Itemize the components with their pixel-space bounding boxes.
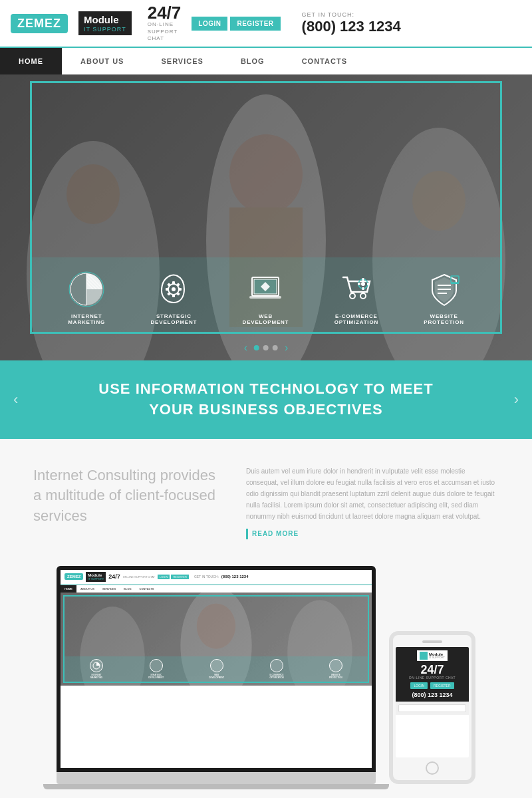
laptop-mini-contact: GET IN TOUCH: — [194, 575, 219, 579]
icon-website-protection: WEBSITE PROTECTION — [424, 271, 464, 325]
get-in-touch-label: GET IN TOUCH: — [302, 11, 401, 18]
nav-item-home[interactable]: HOME — [0, 48, 62, 74]
laptop-mini-icon-label-4: E-COMMERCEOPTIMIZATION — [269, 674, 283, 679]
phone-247-large: 24/7 — [420, 664, 444, 676]
slider-next-button[interactable]: › — [285, 342, 288, 354]
svg-rect-32 — [358, 283, 360, 285]
svg-rect-30 — [362, 278, 364, 281]
svg-rect-17 — [178, 288, 182, 291]
laptop-mini-icon-2: STRATEGICDEVELOPMENT — [148, 659, 164, 679]
phone-speaker — [422, 640, 442, 643]
laptop-mini-icon-circle-2 — [150, 659, 163, 672]
read-more-bar — [246, 529, 248, 539]
slider-dot-1[interactable] — [254, 345, 259, 350]
laptop-mini-icon-4: E-COMMERCEOPTIMIZATION — [269, 659, 283, 679]
laptop-mini-nav-home: HOME — [61, 585, 76, 593]
laptop-mini-nav-blog: BLOG — [120, 585, 136, 593]
svg-rect-31 — [362, 287, 364, 290]
laptop-mini-icon-label-1: INTERNETMARKETING — [90, 674, 102, 679]
banner-prev-button[interactable]: ‹ — [13, 391, 18, 408]
slider-dot-3[interactable] — [273, 345, 278, 350]
svg-point-26 — [350, 293, 355, 299]
laptop-diamond-icon — [247, 271, 284, 308]
phone-search-bar[interactable] — [398, 704, 466, 712]
icon-label-strategic: STRATEGIC DEVELOPMENT — [151, 313, 198, 325]
laptop-mini-icon-5: WEBSITEPROTECTION — [329, 659, 342, 679]
banner-text: USE INFORMATION TECHNOLOGY TO MEET YOUR … — [53, 379, 479, 420]
phone-module-badge: Module IT SUPPORT — [417, 650, 448, 661]
nav-item-blog[interactable]: BLOG — [222, 48, 283, 74]
auth-buttons: LOGIN REGISTER — [192, 17, 280, 31]
laptop-foot — [43, 784, 389, 789]
phone-login-btn[interactable]: LOGIN — [410, 682, 428, 689]
laptop-mini-hero: INTERNETMARKETING STRATEGICDEVELOPMENT W… — [61, 593, 372, 686]
nav-item-about[interactable]: ABOUT US — [62, 48, 142, 74]
icon-label-marketing: INTERNET MARKETING — [68, 313, 105, 325]
pie-chart-icon — [68, 271, 105, 308]
laptop-mini-icon-1: INTERNETMARKETING — [90, 659, 103, 679]
slider-dot-2[interactable] — [263, 345, 269, 350]
phone-search-area — [396, 702, 469, 715]
svg-rect-16 — [166, 288, 169, 291]
laptop-screen: ZEMEZ Module IT SUPPORT 24/7 ON-LINE SUP… — [57, 566, 376, 772]
laptop-mini-nav: HOME ABOUT US SERVICES BLOG CONTACTS — [61, 585, 372, 593]
nav-item-contacts[interactable]: CONTACTS — [283, 48, 366, 74]
svg-point-13 — [172, 287, 176, 291]
module-logo: Module IT SUPPORT — [78, 11, 132, 36]
hero-frame: INTERNET MARKETING — [30, 81, 502, 334]
phone-header-dark: Module IT SUPPORT 24/7 ON-LINE SUPPORT C… — [396, 647, 469, 702]
phone-mockup: Module IT SUPPORT 24/7 ON-LINE SUPPORT C… — [389, 631, 475, 784]
phone-mini-site: Module IT SUPPORT 24/7 ON-LINE SUPPORT C… — [396, 647, 469, 757]
availability-block: 24/7 ON-LINE SUPPORT CHAT — [148, 4, 182, 42]
login-button[interactable]: LOGIN — [192, 17, 227, 31]
laptop-mini-icon-circle-4 — [270, 659, 283, 672]
shield-icon — [426, 271, 463, 308]
svg-rect-14 — [172, 281, 175, 285]
slider-dots — [254, 345, 278, 350]
laptop-mini-icons: INTERNETMARKETING STRATEGICDEVELOPMENT W… — [65, 656, 368, 682]
icon-label-protection: WEBSITE PROTECTION — [424, 313, 464, 325]
laptop-mini-nav-contacts: CONTACTS — [136, 585, 158, 593]
content-heading: Internet Consulting provides a multitude… — [33, 466, 219, 527]
svg-rect-25 — [249, 296, 281, 299]
content-right-column: Duis autem vel eum iriure dolor in hendr… — [246, 466, 499, 539]
read-more-container: READ MORE — [246, 529, 499, 539]
content-description: Duis autem vel eum iriure dolor in hendr… — [246, 466, 499, 522]
phone-phone-number: (800) 123 1234 — [412, 692, 452, 698]
laptop-mini-icon-label-2: STRATEGICDEVELOPMENT — [148, 674, 164, 679]
availability-sub: ON-LINE SUPPORT CHAT — [148, 21, 182, 42]
read-more-link[interactable]: READ MORE — [252, 530, 299, 537]
site-header: ZEMEZ Module IT SUPPORT 24/7 ON-LINE SUP… — [0, 0, 532, 47]
nav-item-services[interactable]: SERVICES — [142, 48, 221, 74]
devices-section: ZEMEZ Module IT SUPPORT 24/7 ON-LINE SUP… — [0, 566, 532, 798]
svg-rect-38 — [451, 283, 459, 284]
hero-frame-top — [32, 83, 500, 257]
laptop-mini-nav-services: SERVICES — [98, 585, 120, 593]
laptop-mini-nav-about: ABOUT US — [76, 585, 98, 593]
svg-point-29 — [361, 282, 365, 286]
banner-section: ‹ USE INFORMATION TECHNOLOGY TO MEET YOU… — [0, 360, 532, 439]
banner-next-button[interactable]: › — [514, 391, 519, 408]
phone-register-btn[interactable]: REGISTER — [430, 682, 454, 689]
icon-internet-marketing: INTERNET MARKETING — [68, 271, 105, 325]
svg-point-27 — [360, 293, 366, 299]
laptop-mini-247: 24/7 — [108, 573, 120, 580]
phone-teal-bar — [420, 652, 428, 660]
hero-slider: INTERNET MARKETING — [0, 74, 532, 360]
laptop-base — [57, 772, 376, 784]
svg-rect-33 — [367, 283, 370, 285]
phone-home-button[interactable] — [426, 761, 439, 775]
laptop-mini-icon-circle-5 — [329, 659, 342, 672]
register-button[interactable]: REGISTER — [230, 17, 280, 31]
module-subtitle: IT SUPPORT — [84, 26, 126, 33]
icon-ecommerce: E-COMMERCE OPTIMIZATION — [334, 271, 378, 325]
slider-navigation: ‹ › — [244, 342, 289, 354]
slider-prev-button[interactable]: ‹ — [244, 342, 247, 354]
icon-label-ecommerce: E-COMMERCE OPTIMIZATION — [334, 313, 378, 325]
phone-body: Module IT SUPPORT 24/7 ON-LINE SUPPORT C… — [389, 631, 475, 784]
phone-auth-buttons: LOGIN REGISTER — [410, 682, 454, 689]
brain-gear-icon — [155, 271, 192, 308]
cart-gear-icon — [338, 271, 375, 308]
contact-block: GET IN TOUCH: (800) 123 1234 — [302, 11, 401, 35]
laptop-mini-sub: ON-LINE SUPPORT CHAT — [123, 575, 155, 579]
